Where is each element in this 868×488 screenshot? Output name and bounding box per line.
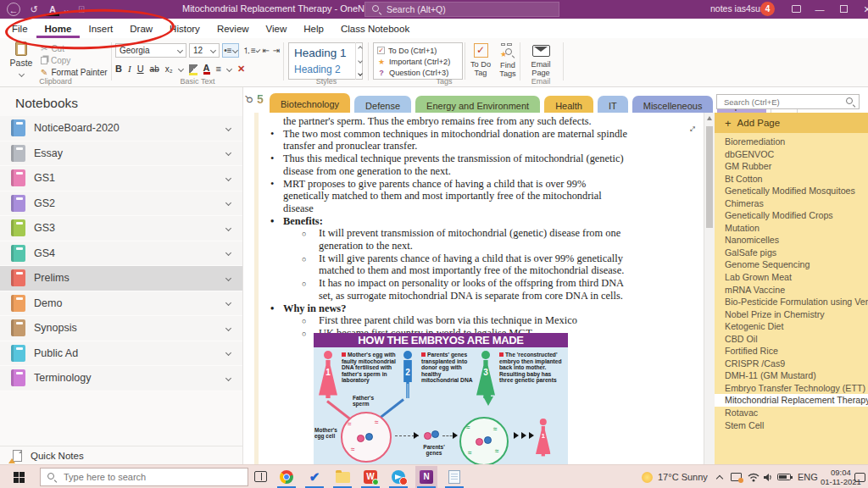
content-line[interactable]: It will give parents chance of having a … bbox=[259, 252, 632, 277]
tag-option[interactable]: ★ Important (Ctrl+2) bbox=[377, 56, 452, 67]
notebook-item[interactable]: Prelims bbox=[0, 266, 242, 291]
content-line[interactable]: Thus this medical technique prevents the… bbox=[259, 152, 632, 177]
decrease-indent-icon[interactable]: ⇤ bbox=[261, 43, 271, 58]
content-line[interactable]: First three parent child was born via th… bbox=[259, 314, 632, 327]
taskbar-app-chrome[interactable] bbox=[275, 466, 298, 488]
pin-icon[interactable]: ⚲ bbox=[242, 92, 255, 106]
page-item[interactable]: CRISPR /Cas9 bbox=[715, 358, 868, 370]
taskbar-search-box[interactable] bbox=[40, 468, 248, 486]
page-item[interactable]: Bioremediation bbox=[715, 136, 868, 148]
notebook-item[interactable]: NoticeBoard-2020 bbox=[0, 116, 242, 141]
notebook-item[interactable]: Terminology bbox=[0, 366, 242, 391]
taskbar-app-explorer[interactable] bbox=[331, 466, 353, 488]
page-item[interactable]: GM Rubber bbox=[715, 160, 868, 173]
start-button[interactable] bbox=[0, 465, 37, 488]
paragraph-alignment-button[interactable]: ≡ bbox=[216, 64, 221, 74]
taskbar-app-notepad[interactable] bbox=[443, 466, 465, 488]
italic-button[interactable]: I bbox=[128, 64, 131, 74]
chevron-down-icon[interactable] bbox=[225, 325, 231, 331]
notebook-item[interactable]: GS3 bbox=[0, 216, 242, 241]
page-item[interactable]: Chimeras bbox=[715, 197, 868, 210]
page-item[interactable]: Bt Cotton bbox=[715, 173, 868, 186]
chevron-down-icon[interactable] bbox=[226, 65, 232, 71]
ribbon-display-options-icon[interactable] bbox=[785, 0, 807, 19]
chevron-down-icon[interactable] bbox=[225, 200, 231, 206]
content-line[interactable]: The two most common techniques in mitoch… bbox=[259, 128, 632, 152]
section-search-input[interactable] bbox=[717, 97, 846, 107]
page-item[interactable]: Mitochondrial Replacement Therapy bbox=[715, 394, 868, 407]
app-search-box[interactable]: Search (Alt+Q) bbox=[364, 2, 559, 17]
content-line[interactable]: It has no impact on personality or looks… bbox=[259, 277, 632, 302]
ribbon-tab[interactable]: Insert bbox=[80, 19, 121, 38]
cut-button[interactable]: Cut bbox=[41, 42, 108, 54]
taskbar-search-input[interactable] bbox=[64, 472, 241, 482]
gallery-more-icon[interactable] bbox=[358, 71, 363, 76]
undo-icon[interactable]: ↺ bbox=[27, 3, 41, 16]
page-canvas[interactable]: ↔ the partner's sperm. Thus the embryo r… bbox=[243, 113, 704, 464]
section-search-box[interactable] bbox=[716, 94, 860, 109]
chevron-down-icon[interactable] bbox=[225, 175, 231, 181]
notification-center-icon[interactable] bbox=[854, 465, 865, 488]
page-item[interactable]: Nanomicelles bbox=[715, 234, 868, 247]
style-option[interactable]: Heading 1 bbox=[294, 45, 352, 61]
page-item[interactable]: Rotavac bbox=[715, 407, 868, 419]
paste-button[interactable]: Paste bbox=[7, 42, 36, 80]
chevron-down-icon[interactable] bbox=[225, 350, 231, 356]
chevron-down-icon[interactable] bbox=[178, 65, 184, 71]
todo-tag-button[interactable]: ✓ To Do Tag bbox=[466, 42, 495, 82]
scroll-up-icon[interactable] bbox=[707, 116, 712, 120]
page-item[interactable]: Genetically Modified Crops bbox=[715, 209, 868, 222]
bold-button[interactable]: B bbox=[115, 64, 122, 74]
note-text[interactable]: the partner's sperm. Thus the embryo rem… bbox=[259, 115, 632, 340]
content-line[interactable]: the partner's sperm. Thus the embryo rem… bbox=[259, 115, 632, 128]
vertical-scrollbar[interactable] bbox=[704, 113, 715, 464]
wifi-icon[interactable] bbox=[748, 465, 760, 488]
taskbar-app-wps[interactable]: W bbox=[359, 466, 381, 488]
quick-notes-button[interactable]: Quick Notes bbox=[0, 446, 242, 464]
page-item[interactable]: Mutation bbox=[715, 222, 868, 235]
content-line[interactable]: Benefits: bbox=[259, 215, 632, 228]
content-line[interactable]: Why in news? bbox=[259, 302, 632, 315]
notebook-item[interactable]: Public Ad bbox=[0, 341, 242, 367]
strikethrough-button[interactable]: ab bbox=[150, 64, 159, 74]
tray-chevron-up-icon[interactable] bbox=[717, 465, 722, 488]
task-view-icon[interactable] bbox=[254, 471, 267, 482]
quick-access-toolbar-icon[interactable]: ⍗ bbox=[75, 3, 88, 16]
font-color-icon[interactable]: A bbox=[46, 3, 59, 16]
notebook-item[interactable]: GS1 bbox=[0, 166, 242, 191]
page-item[interactable]: Lab Grown Meat bbox=[715, 271, 868, 284]
scrollbar-thumb[interactable] bbox=[706, 126, 713, 228]
style-option[interactable]: Heading 2 bbox=[294, 61, 352, 77]
page-item[interactable]: Bio-Pesticide Formulation using Verticil… bbox=[715, 296, 868, 308]
ribbon-tab[interactable]: Draw bbox=[121, 19, 161, 38]
ribbon-tab[interactable]: Class Notebook bbox=[332, 19, 418, 38]
copy-button[interactable]: Copy bbox=[41, 54, 108, 66]
embryo-infographic-image[interactable]: HOW THE EMBRYOS ARE MADE 1 Mother's egg … bbox=[314, 333, 568, 464]
find-tags-button[interactable]: Find Tags bbox=[493, 42, 522, 82]
styles-scroll[interactable] bbox=[355, 42, 364, 80]
weather-text[interactable]: 17°C Sunny bbox=[658, 465, 708, 488]
chevron-down-icon[interactable] bbox=[225, 225, 231, 231]
chevron-down-icon[interactable] bbox=[225, 250, 231, 256]
page-item[interactable]: dbGENVOC bbox=[715, 148, 868, 161]
notebook-item[interactable]: GS4 bbox=[0, 241, 242, 267]
notebook-item[interactable]: Synopsis bbox=[0, 316, 242, 341]
underline-button[interactable]: U bbox=[137, 64, 144, 74]
page-item[interactable]: CBD Oil bbox=[715, 333, 868, 346]
ribbon-tab[interactable]: Help bbox=[295, 19, 332, 38]
scroll-down-icon[interactable] bbox=[358, 58, 363, 64]
page-item[interactable]: DMH-11 (GM Mustard) bbox=[715, 369, 868, 382]
ribbon-tab[interactable]: View bbox=[258, 19, 296, 38]
page-item[interactable]: Nobel Prize in Chemistry bbox=[715, 308, 868, 321]
notebook-item[interactable]: GS2 bbox=[0, 191, 242, 217]
font-name-select[interactable]: Georgia bbox=[115, 43, 186, 58]
minimize-button[interactable]: — bbox=[809, 0, 831, 19]
ribbon-tab[interactable]: File bbox=[3, 19, 36, 38]
highlighter-icon[interactable] bbox=[189, 64, 198, 73]
ribbon-tab[interactable]: Home bbox=[36, 19, 81, 38]
tray-app-icon[interactable] bbox=[731, 465, 742, 488]
delete-icon[interactable]: ✕ bbox=[237, 64, 245, 75]
page-item[interactable]: Ketogenic Diet bbox=[715, 320, 868, 333]
chevron-down-icon[interactable] bbox=[225, 150, 231, 156]
notification-badge[interactable]: 4 bbox=[760, 2, 775, 16]
